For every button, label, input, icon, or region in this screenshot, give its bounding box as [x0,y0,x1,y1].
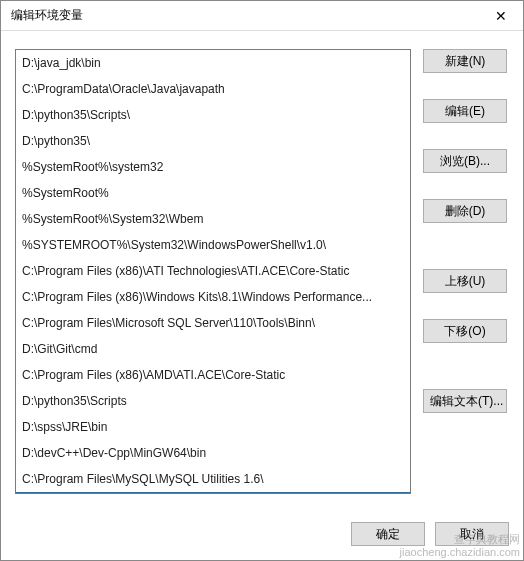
path-entry[interactable]: %SystemRoot%\system32 [16,154,410,180]
ok-button[interactable]: 确定 [351,522,425,546]
edit-button[interactable]: 编辑(E) [423,99,507,123]
edit-text-button[interactable]: 编辑文本(T)... [423,389,507,413]
dialog-footer: 确定 取消 [1,512,523,560]
path-entry[interactable]: C:\ProgramData\Oracle\Java\javapath [16,76,410,102]
path-listbox[interactable]: D:\java_jdk\binC:\ProgramData\Oracle\Jav… [15,49,411,494]
path-entry[interactable]: D:\python35\ [16,128,410,154]
path-entry[interactable]: %SystemRoot%\System32\Wbem [16,206,410,232]
path-entry[interactable]: D:\devC++\Dev-Cpp\MinGW64\bin [16,440,410,466]
path-entry[interactable]: C:\Program Files (x86)\ATI Technologies\… [16,258,410,284]
dialog-content: D:\java_jdk\binC:\ProgramData\Oracle\Jav… [1,31,523,512]
dialog-title: 编辑环境变量 [11,7,83,24]
cancel-button[interactable]: 取消 [435,522,509,546]
browse-button[interactable]: 浏览(B)... [423,149,507,173]
move-up-button[interactable]: 上移(U) [423,269,507,293]
path-entry[interactable]: %SYSTEMROOT%\System32\WindowsPowerShell\… [16,232,410,258]
path-entry[interactable]: D:\spss\JRE\bin [16,414,410,440]
new-button[interactable]: 新建(N) [423,49,507,73]
path-entry[interactable]: C:\Program Files\MySQL\MySQL Utilities 1… [16,466,410,492]
path-entry[interactable]: %SystemRoot% [16,180,410,206]
path-entry[interactable]: D:\python35\Scripts\ [16,102,410,128]
button-column: 新建(N) 编辑(E) 浏览(B)... 删除(D) 上移(U) 下移(O) 编… [423,49,507,502]
move-down-button[interactable]: 下移(O) [423,319,507,343]
path-entry[interactable]: D:\Git\Git\cmd [16,336,410,362]
path-entry[interactable]: D:\java_jdk\bin [16,50,410,76]
path-entry[interactable]: C:\Program Files (x86)\Windows Kits\8.1\… [16,284,410,310]
close-button[interactable]: ✕ [478,1,523,31]
close-icon: ✕ [495,8,507,24]
delete-button[interactable]: 删除(D) [423,199,507,223]
env-var-dialog: 编辑环境变量 ✕ D:\java_jdk\binC:\ProgramData\O… [0,0,524,561]
titlebar: 编辑环境变量 ✕ [1,1,523,31]
path-entry[interactable]: C:\Program Files\Microsoft SQL Server\11… [16,310,410,336]
path-entry[interactable]: D:\python35\Scripts [16,388,410,414]
path-entry[interactable]: C:\Program Files (x86)\AMD\ATI.ACE\Core-… [16,362,410,388]
path-entry[interactable]: C:\Program Files\MySQL\MySQL Server 5.7\… [16,492,410,494]
